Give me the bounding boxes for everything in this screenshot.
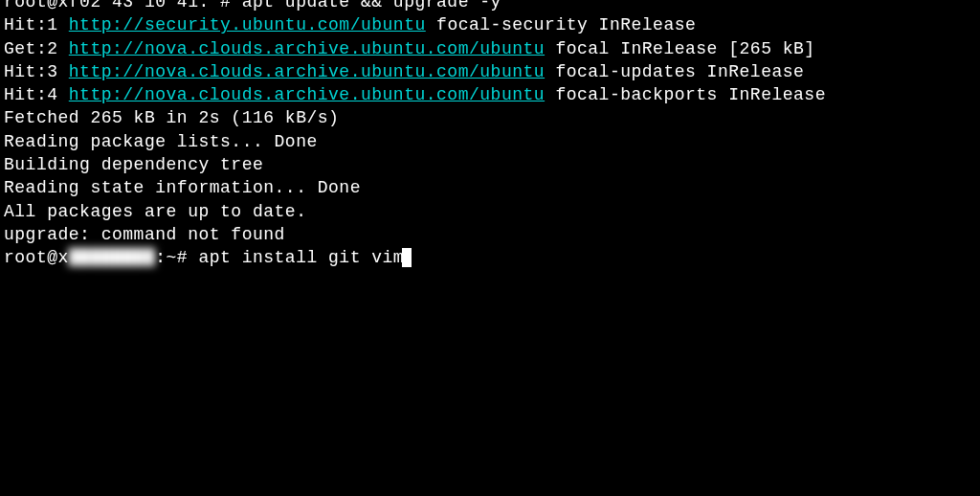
prompt-hostname-blurred: ████████ <box>69 246 155 269</box>
hit-suffix: focal-backports InRelease <box>545 85 826 104</box>
repo-url: http://nova.clouds.archive.ubuntu.com/ub… <box>69 39 545 58</box>
output-line: Reading package lists... Done <box>4 130 976 153</box>
repo-url: http://nova.clouds.archive.ubuntu.com/ub… <box>69 62 545 81</box>
output-line: Hit:3 http://nova.clouds.archive.ubuntu.… <box>4 60 976 83</box>
output-line: Building dependency tree <box>4 153 976 176</box>
hit-suffix: focal InRelease [265 kB] <box>545 39 815 58</box>
output-line: Reading state information... Done <box>4 176 976 199</box>
output-line: All packages are up to date. <box>4 200 976 223</box>
hit-prefix: Hit:4 <box>4 85 69 104</box>
terminal[interactable]: root@xf02 43 10 41: # apt update && upgr… <box>4 0 976 270</box>
hit-prefix: Hit:3 <box>4 62 69 81</box>
output-line: Hit:4 http://nova.clouds.archive.ubuntu.… <box>4 83 976 106</box>
output-line: Hit:1 http://security.ubuntu.com/ubuntu … <box>4 13 976 36</box>
repo-url: http://nova.clouds.archive.ubuntu.com/ub… <box>69 85 545 104</box>
output-line: upgrade: command not found <box>4 223 976 246</box>
hit-suffix: focal-security InRelease <box>426 15 697 34</box>
hit-suffix: focal-updates InRelease <box>545 62 804 81</box>
output-line: root@xf02 43 10 41: # apt update && upgr… <box>4 0 976 13</box>
output-line: Fetched 265 kB in 2s (116 kB/s) <box>4 106 976 129</box>
prompt-user: root@x <box>4 248 69 267</box>
hit-prefix: Get:2 <box>4 39 69 58</box>
prompt-line[interactable]: root@x████████:~# apt install git vim <box>4 246 976 269</box>
output-line: Get:2 http://nova.clouds.archive.ubuntu.… <box>4 37 976 60</box>
cursor <box>402 248 412 267</box>
repo-url: http://security.ubuntu.com/ubuntu <box>69 15 426 34</box>
hit-prefix: Hit:1 <box>4 15 69 34</box>
prompt-command: :~# apt install git vim <box>155 248 404 267</box>
